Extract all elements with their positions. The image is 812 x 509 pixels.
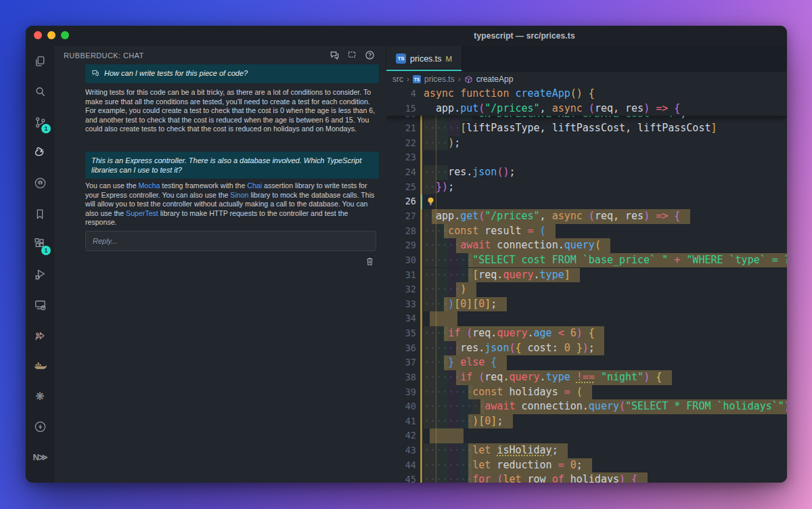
code-line[interactable]: 41········ )[0]; xyxy=(386,414,787,429)
code-line[interactable]: 23 xyxy=(386,150,787,165)
code-line[interactable]: 29······ await connection.query( xyxy=(386,238,787,253)
extensions-badge: 1 xyxy=(41,246,51,255)
code-line[interactable]: 43········ let isHoliday; xyxy=(386,443,787,458)
line-number[interactable]: 27 xyxy=(386,209,416,224)
tab-strip: TS prices.ts M xyxy=(386,46,787,72)
sidebar-item-testing[interactable] xyxy=(26,259,54,290)
library-link[interactable]: SuperTest xyxy=(126,209,158,217)
lightbulb-icon[interactable] xyxy=(426,196,436,209)
line-number[interactable]: 29 xyxy=(386,238,416,253)
code-line[interactable]: 40·········· await connection.query("SEL… xyxy=(386,399,787,414)
library-link[interactable]: Mocha xyxy=(139,181,160,190)
sidebar-item-bookmarks[interactable] xyxy=(26,198,54,229)
tab-prices-ts[interactable]: TS prices.ts M xyxy=(386,46,462,71)
code-line[interactable]: 35···· if (req.query.age < 6) { xyxy=(386,326,787,341)
line-number[interactable]: 37 xyxy=(386,355,416,370)
sidebar-item-source-control[interactable]: 1 xyxy=(26,107,54,137)
sidebar-item-snowflake[interactable]: ❋ xyxy=(26,381,54,412)
close-button[interactable] xyxy=(34,31,42,39)
sidebar-item-docker[interactable] xyxy=(26,351,54,381)
sticky-scroll: 4async function createApp() {15 app.put(… xyxy=(386,87,787,116)
line-number[interactable]: 35 xyxy=(386,326,416,341)
code-line[interactable]: 31········ [req.query.type] xyxy=(386,268,787,283)
line-number[interactable]: 21 xyxy=(386,121,416,136)
line-number[interactable]: 34 xyxy=(386,311,416,326)
line-number[interactable]: 31 xyxy=(386,268,416,283)
code-line[interactable]: 42 xyxy=(386,428,787,443)
typescript-file-icon: TS xyxy=(396,53,406,64)
line-number[interactable]: 33 xyxy=(386,297,416,312)
sidebar-item-share[interactable] xyxy=(26,320,54,351)
line-number[interactable]: 41 xyxy=(386,414,416,429)
trash-icon[interactable] xyxy=(365,257,374,269)
line-number[interactable]: 43 xyxy=(386,443,416,458)
code-line[interactable]: 45········ for (let row of holidays) { xyxy=(386,472,787,483)
code-line[interactable]: 34 xyxy=(386,311,787,326)
sidebar-item-rubberduck[interactable] xyxy=(26,137,54,168)
line-number[interactable]: 23 xyxy=(386,150,416,165)
code-line[interactable]: 39········ const holidays = ( xyxy=(386,385,787,400)
code-text: const result = ( xyxy=(424,224,546,239)
line-number[interactable]: 30 xyxy=(386,253,416,268)
code-line[interactable]: 28···· const result = ( xyxy=(386,224,787,239)
sidebar-item-search[interactable] xyxy=(26,76,54,107)
user-message-text: How can I write tests for this piece of … xyxy=(104,68,248,79)
code-line[interactable]: 30········ "SELECT cost FROM `base_price… xyxy=(386,253,787,268)
code-line[interactable]: 15 app.put("/prices", async (req, res) =… xyxy=(386,102,787,116)
code-text: let isHoliday; xyxy=(424,443,558,458)
code-area[interactable]: 20········ "ON DUPLICATE KEY UPDATE cost… xyxy=(386,87,787,483)
code-line[interactable]: 24···· res.json(); xyxy=(386,165,787,180)
line-number[interactable]: 32 xyxy=(386,282,416,297)
sidebar-item-extensions[interactable]: 1 xyxy=(26,229,54,259)
line-number[interactable]: 36 xyxy=(386,341,416,356)
line-number[interactable]: 24 xyxy=(386,165,416,180)
code-line[interactable]: 26 xyxy=(386,194,787,209)
sidebar-item-explorer[interactable] xyxy=(26,46,54,76)
code-line[interactable]: 33···· )[0][0]; xyxy=(386,297,787,312)
line-number[interactable]: 39 xyxy=(386,385,416,400)
code-line[interactable]: 22···· ); xyxy=(386,136,787,151)
line-number[interactable]: 40 xyxy=(386,399,416,414)
sidebar-item-thunder[interactable] xyxy=(26,412,54,442)
assistant-message-1: Writing tests for this code can be a bit… xyxy=(85,88,381,134)
code-line[interactable]: 21······ [liftPassType, liftPassCost, li… xyxy=(386,121,787,136)
zoom-button[interactable] xyxy=(61,31,69,39)
code-line[interactable]: 38······ if (req.query.type !== "night")… xyxy=(386,370,787,385)
breadcrumb-symbol[interactable]: createApp xyxy=(476,74,514,84)
minimize-button[interactable] xyxy=(47,31,55,39)
line-number[interactable]: 28 xyxy=(386,224,416,239)
code-line[interactable]: 25·· }); xyxy=(386,180,787,195)
library-link[interactable]: Chai xyxy=(247,181,262,190)
comment-discussion-icon[interactable] xyxy=(330,50,340,63)
line-number[interactable]: 42 xyxy=(386,428,416,443)
code-text: res.json(); xyxy=(424,165,515,180)
bookmark-icon xyxy=(33,207,47,221)
code-line[interactable]: 27·· app.get("/prices", async (req, res)… xyxy=(386,209,787,224)
sidebar-item-remote-explorer[interactable] xyxy=(26,290,54,320)
code-line[interactable]: 37···· } else { xyxy=(386,355,787,370)
code-text: await connection.query( xyxy=(424,238,601,253)
breadcrumb-file[interactable]: prices.ts xyxy=(424,74,455,84)
code-line[interactable]: 32······ ) xyxy=(386,282,787,297)
duck-icon xyxy=(32,146,47,160)
reply-input[interactable] xyxy=(85,231,376,251)
line-number[interactable]: 15 xyxy=(386,102,416,116)
line-number[interactable]: 25 xyxy=(386,180,416,195)
code-line[interactable]: 44········ let reduction = 0; xyxy=(386,458,787,473)
line-number[interactable]: 22 xyxy=(386,136,416,151)
line-number[interactable]: 44 xyxy=(386,458,416,473)
code-line[interactable]: 4async function createApp() { xyxy=(386,87,787,102)
breadcrumb-src[interactable]: src xyxy=(392,74,403,84)
line-number[interactable]: 4 xyxy=(386,87,416,102)
traffic-lights xyxy=(34,31,69,39)
line-number[interactable]: 45 xyxy=(386,472,416,483)
code-line[interactable]: 36······ res.json({ cost: 0 }); xyxy=(386,341,787,356)
library-link[interactable]: Sinon xyxy=(230,191,248,199)
line-number[interactable]: 26 xyxy=(386,194,416,209)
sidebar-item-github[interactable] xyxy=(26,168,54,198)
dashed-selection-icon[interactable] xyxy=(347,50,357,63)
text-cursor xyxy=(421,194,422,209)
sidebar-item-nx[interactable]: N≫ xyxy=(26,442,54,472)
line-number[interactable]: 38 xyxy=(386,370,416,385)
help-icon[interactable] xyxy=(365,50,375,63)
